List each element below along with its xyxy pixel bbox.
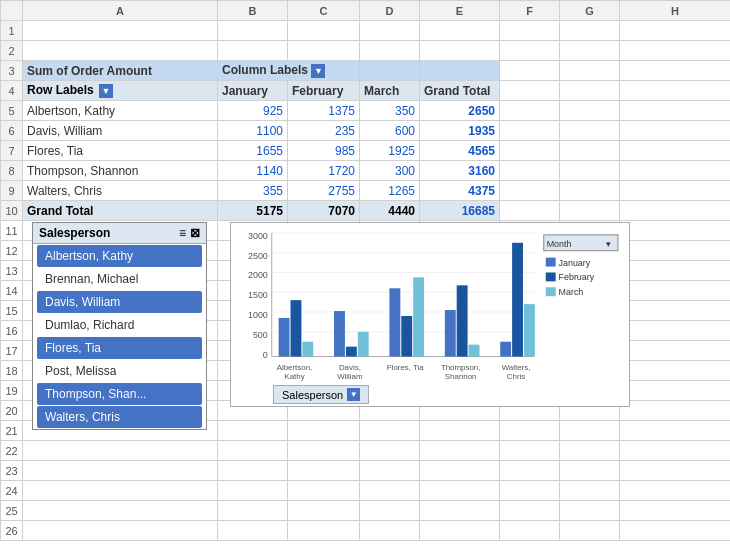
cell-davis-total: 1935 (420, 121, 500, 141)
corner-cell (1, 1, 23, 21)
person-thompson: Thompson, Shannon (23, 161, 218, 181)
cell-thompson-total: 3160 (420, 161, 500, 181)
cell-walters-total: 4375 (420, 181, 500, 201)
table-row: 23 (1, 461, 731, 481)
column-filter-icon[interactable]: ▼ (311, 64, 325, 78)
filter-list-panel: Salesperson ≡ ⊠ Albertson, Kathy Brennan… (32, 222, 207, 430)
grand-total-mar: 4440 (360, 201, 420, 221)
legend-swatch-february (546, 272, 556, 281)
svg-text:Chris: Chris (507, 372, 525, 381)
chart-wrapper: 3000 2500 2000 1500 1000 500 0 (231, 223, 629, 406)
salesperson-filter-button[interactable]: Salesperson ▼ (273, 385, 369, 404)
cell-flores-mar: 1925 (360, 141, 420, 161)
cell-walters-feb: 2755 (288, 181, 360, 201)
table-row: 6 Davis, William 1100 235 600 1935 (1, 121, 731, 141)
x-label-walters: Walters, (502, 363, 531, 372)
filter-list-title: Salesperson (39, 226, 110, 240)
cell-flores-jan: 1655 (218, 141, 288, 161)
table-row: 5 Albertson, Kathy 925 1375 350 2650 (1, 101, 731, 121)
col-D: D (360, 1, 420, 21)
pivot-title-row: 3 Sum of Order Amount Column Labels ▼ (1, 61, 731, 81)
grand-total-label: Grand Total (23, 201, 218, 221)
cell-albertson-feb: 1375 (288, 101, 360, 121)
filter-item-davis[interactable]: Davis, William (37, 291, 202, 313)
cell-thompson-feb: 1720 (288, 161, 360, 181)
bar-flores-mar (413, 277, 424, 356)
col-G: G (560, 1, 620, 21)
cell-albertson-jan: 925 (218, 101, 288, 121)
cell-walters-mar: 1265 (360, 181, 420, 201)
filter-list-header: Salesperson ≡ ⊠ (33, 223, 206, 244)
cell-albertson-mar: 350 (360, 101, 420, 121)
table-row: 26 (1, 521, 731, 541)
bar-walters-jan (500, 342, 511, 357)
bar-walters-mar (524, 304, 535, 356)
cell-walters-jan: 355 (218, 181, 288, 201)
y-label-2000: 2000 (248, 270, 268, 280)
month-dropdown-arrow: ▾ (606, 239, 611, 249)
column-labels-header: Column Labels ▼ (218, 61, 360, 81)
filter-item-walters[interactable]: Walters, Chris (37, 406, 202, 428)
legend-label-january: January (559, 258, 591, 268)
cell-albertson-total: 2650 (420, 101, 500, 121)
funnel-icon[interactable]: ⊠ (190, 226, 200, 240)
cell-flores-feb: 985 (288, 141, 360, 161)
x-label-flores: Flores, Tia (387, 363, 425, 372)
month-dropdown-label: Month (547, 239, 572, 249)
svg-text:Shannon: Shannon (445, 372, 477, 381)
filter-item-dumlao[interactable]: Dumlao, Richard (37, 314, 202, 336)
legend-swatch-january (546, 258, 556, 267)
grand-total-feb: 7070 (288, 201, 360, 221)
bar-flores-feb (401, 316, 412, 357)
filter-item-thompson[interactable]: Thompson, Shan... (37, 383, 202, 405)
col-F: F (500, 1, 560, 21)
cell-thompson-jan: 1140 (218, 161, 288, 181)
grand-total-all: 16685 (420, 201, 500, 221)
salesperson-filter-icon[interactable]: ▼ (347, 388, 360, 401)
january-header: January (218, 81, 288, 101)
x-label-albertson: Albertson, (277, 363, 313, 372)
person-davis: Davis, William (23, 121, 218, 141)
bar-albertson-feb (291, 300, 302, 356)
filter-item-albertson[interactable]: Albertson, Kathy (37, 245, 202, 267)
svg-text:William: William (337, 372, 363, 381)
table-row: 1 (1, 21, 731, 41)
chart-panel: 3000 2500 2000 1500 1000 500 0 (230, 222, 630, 407)
legend-label-march: March (559, 287, 584, 297)
bar-davis-jan (334, 311, 345, 357)
table-row: 7 Flores, Tia 1655 985 1925 4565 (1, 141, 731, 161)
y-label-0: 0 (263, 350, 268, 360)
filter-header-icons: ≡ ⊠ (179, 226, 200, 240)
person-albertson: Albertson, Kathy (23, 101, 218, 121)
legend-swatch-march (546, 287, 556, 296)
x-label-thompson: Thompson, (441, 363, 481, 372)
salesperson-btn-label: Salesperson (282, 389, 343, 401)
sum-of-order-label: Sum of Order Amount (23, 61, 218, 81)
table-row: 2 (1, 41, 731, 61)
table-row: 24 (1, 481, 731, 501)
person-walters: Walters, Chris (23, 181, 218, 201)
february-header: February (288, 81, 360, 101)
grand-total-jan: 5175 (218, 201, 288, 221)
bar-davis-feb (346, 347, 357, 357)
person-flores: Flores, Tia (23, 141, 218, 161)
march-header: March (360, 81, 420, 101)
bar-thompson-mar (469, 345, 480, 357)
pivot-header-row: 4 Row Labels ▼ January February March Gr… (1, 81, 731, 101)
bar-walters-feb (512, 243, 523, 357)
row-filter-icon[interactable]: ▼ (99, 84, 113, 98)
table-row: 22 (1, 441, 731, 461)
table-row: 25 (1, 501, 731, 521)
cell-thompson-mar: 300 (360, 161, 420, 181)
sort-icon[interactable]: ≡ (179, 226, 186, 240)
filter-item-flores[interactable]: Flores, Tia (37, 337, 202, 359)
bar-albertson-mar (302, 342, 313, 357)
filter-item-post[interactable]: Post, Melissa (37, 360, 202, 382)
filter-item-brennan[interactable]: Brennan, Michael (37, 268, 202, 290)
y-label-3000: 3000 (248, 231, 268, 241)
cell-davis-mar: 600 (360, 121, 420, 141)
bar-thompson-jan (445, 310, 456, 356)
col-C: C (288, 1, 360, 21)
cell-davis-feb: 235 (288, 121, 360, 141)
row-labels-header: Row Labels (27, 83, 94, 97)
